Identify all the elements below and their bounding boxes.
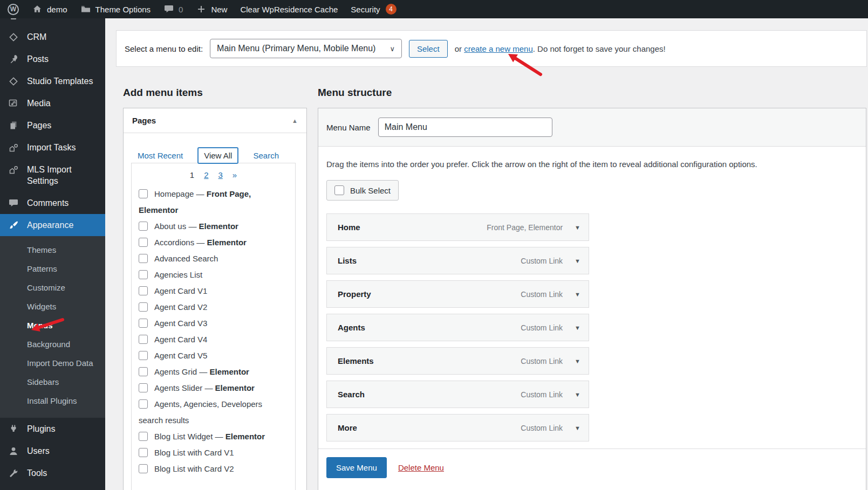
sidebar-item-menus[interactable]: Menus [0,316,105,335]
bulk-select-toggle[interactable]: Bulk Select [326,180,399,201]
page-checkbox-item[interactable]: Agents Grid — Elementor [139,364,285,380]
page-checkbox-item[interactable]: Advanced Search [139,251,285,267]
page-checkbox[interactable] [139,238,148,247]
pagination-page-3[interactable]: 3 [218,170,223,180]
sidebar-item-media[interactable]: Media [0,92,105,114]
page-checkbox[interactable] [139,367,148,376]
delete-menu-link[interactable]: Delete Menu [398,463,444,472]
menu-item-search[interactable]: SearchCustom Link▼ [326,381,589,408]
add-menu-items-column: Add menu items Pages ▲ Most RecentView A… [123,86,307,490]
sidebar-item-posts[interactable]: Posts [0,48,105,70]
sidebar-item-import-demo-data[interactable]: Import Demo Data [0,354,105,372]
save-menu-button[interactable]: Save Menu [326,457,387,478]
menu-items-list: HomeFront Page, Elementor▼ListsCustom Li… [326,213,858,441]
page-checkbox-item[interactable]: About us — Elementor [139,218,285,234]
sidebar-item-background[interactable]: Background [0,335,105,354]
menu-item-lists[interactable]: ListsCustom Link▼ [326,247,589,274]
menu-item-agents[interactable]: AgentsCustom Link▼ [326,314,589,341]
comments-menu[interactable]: 0 [157,0,189,18]
menu-name-input[interactable] [378,118,552,137]
page-checkbox[interactable] [139,335,148,344]
expand-arrow-icon[interactable]: ▼ [575,258,580,264]
menu-select-dropdown[interactable]: Main Menu (Primary Menu, Mobile Menu) ∨ [210,39,402,58]
page-checkbox-item[interactable]: Agent Card V1 [139,283,285,299]
page-checkbox-item[interactable]: Agent Card V4 [139,332,285,348]
page-checkbox[interactable] [139,383,148,392]
tab-search[interactable]: Search [253,151,279,160]
page-checkbox[interactable] [139,302,148,312]
page-checkbox[interactable] [139,399,148,409]
bulk-select-checkbox[interactable] [334,185,344,195]
sidebar-item-import-tasks[interactable]: Import Tasks [0,136,105,158]
sidebar-item-invoices[interactable]: Invoices [0,18,105,26]
page-checkbox[interactable] [139,254,148,263]
page-checkbox-item[interactable]: Agencies List [139,267,285,283]
menu-item-home[interactable]: HomeFront Page, Elementor▼ [326,213,589,241]
pagination-next[interactable]: » [233,170,237,180]
sidebar-item-appearance[interactable]: Appearance [0,214,105,236]
sidebar-item-users[interactable]: Users [0,440,105,462]
wordpress-logo-button[interactable]: W [0,0,25,18]
sidebar-item-crm[interactable]: CRM [0,26,105,48]
page-checkbox-item[interactable]: Blog List Widget — Elementor [139,429,285,445]
pages-panel-header[interactable]: Pages ▲ [124,108,306,133]
expand-arrow-icon[interactable]: ▼ [575,391,580,398]
page-checkbox[interactable] [139,351,148,360]
sidebar-item-customize[interactable]: Customize [0,278,105,297]
page-checkbox[interactable] [139,464,148,473]
site-name-menu[interactable]: demo [25,0,74,18]
new-content-menu[interactable]: New [189,0,234,18]
pagination-page-2[interactable]: 2 [204,170,208,180]
sidebar-item-tools[interactable]: Tools [0,462,105,484]
select-button[interactable]: Select [409,40,448,58]
admin-bar: W demo Theme Options 0 New Clear WpResid… [0,0,868,18]
page-checkbox-item[interactable]: Blog List with Card V1 [139,445,285,461]
page-checkbox-item[interactable]: Agents, Agencies, Developers search resu… [139,396,285,429]
clear-cache-menu[interactable]: Clear WpResidence Cache [234,0,344,18]
expand-arrow-icon[interactable]: ▼ [575,291,580,298]
page-checkbox-item[interactable]: Agents Slider — Elementor [139,380,285,396]
page-checkbox-item[interactable]: Agent Card V2 [139,299,285,315]
sidebar-item-sidebars[interactable]: Sidebars [0,372,105,391]
theme-options-menu[interactable]: Theme Options [74,0,158,18]
tab-view-all[interactable]: View All [197,147,238,164]
menu-item-elements[interactable]: ElementsCustom Link▼ [326,347,589,375]
page-checkbox-item[interactable]: Accordions — Elementor [139,234,285,251]
page-checkbox-item[interactable]: Agent Card V3 [139,315,285,332]
menu-item-title: Property [338,289,521,299]
security-menu[interactable]: Security 4 [344,0,402,18]
page-checkbox-item[interactable]: Blog List with Card V2 [139,461,285,477]
sidebar-item-studio-templates[interactable]: Studio Templates [0,70,105,92]
expand-arrow-icon[interactable]: ▼ [575,358,580,364]
page-item-label: Agent Card V4 [154,335,207,344]
menu-item-property[interactable]: PropertyCustom Link▼ [326,280,589,308]
page-checkbox-item[interactable]: Homepage — Front Page, Elementor [139,186,285,218]
page-checkbox[interactable] [139,319,148,328]
page-checkbox[interactable] [139,270,148,279]
sidebar-item-patterns[interactable]: Patterns [0,259,105,278]
expand-arrow-icon[interactable]: ▼ [575,224,580,231]
page-checkbox[interactable] [139,432,148,441]
page-checkbox[interactable] [139,448,148,457]
sidebar-item-label: CRM [27,31,46,43]
folder-icon [80,4,91,15]
expand-arrow-icon[interactable]: ▼ [575,325,580,331]
sidebar-item-pages[interactable]: Pages [0,114,105,136]
page-checkbox[interactable] [139,222,148,231]
page-checkbox-item[interactable]: Agent Card V5 [139,348,285,364]
menu-item-more[interactable]: MoreCustom Link▼ [326,414,589,441]
page-checkbox[interactable] [139,189,148,198]
sidebar-item-themes[interactable]: Themes [0,240,105,259]
sidebar-item-comments[interactable]: Comments [0,192,105,214]
page-item-label: Agent Card V1 [154,286,207,295]
page-checkbox[interactable] [139,286,148,295]
sidebar-item-mls-import-settings[interactable]: MLS Import Settings [0,158,105,192]
sidebar-item-install-plugins[interactable]: Install Plugins [0,391,105,410]
create-menu-text: or create a new menu. Do not forget to s… [455,44,666,53]
sidebar-item-plugins[interactable]: Plugins [0,418,105,440]
create-new-menu-link[interactable]: create a new menu [464,44,533,53]
sidebar-item-widgets[interactable]: Widgets [0,297,105,316]
expand-arrow-icon[interactable]: ▼ [575,425,580,431]
tab-most-recent[interactable]: Most Recent [138,151,183,160]
collapse-triangle-icon[interactable]: ▲ [292,118,298,124]
